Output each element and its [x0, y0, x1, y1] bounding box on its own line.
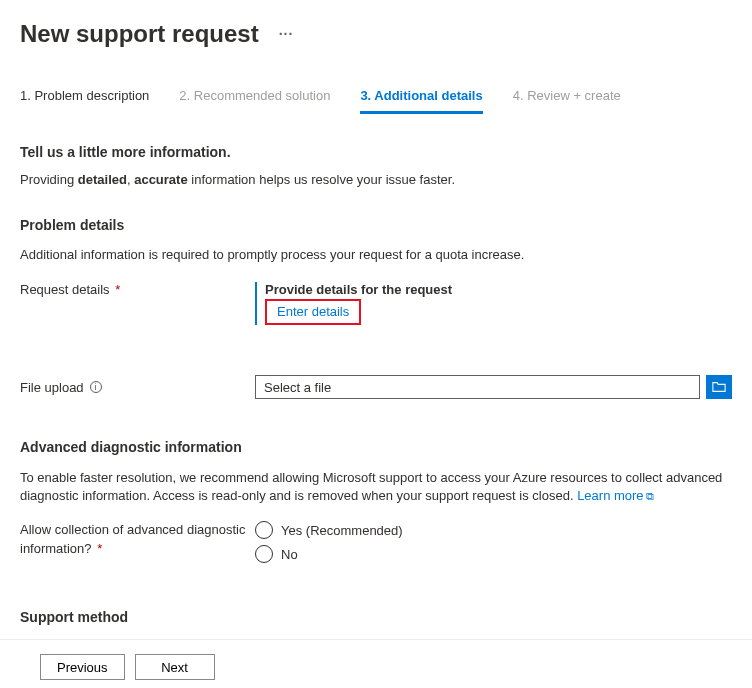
radio-icon: [255, 521, 273, 539]
file-select-input[interactable]: Select a file: [255, 375, 700, 399]
section-lead-heading: Tell us a little more information.: [20, 144, 732, 160]
previous-button[interactable]: Previous: [40, 654, 125, 680]
folder-icon: [712, 380, 726, 394]
tab-problem-description[interactable]: 1. Problem description: [20, 88, 149, 114]
provide-details-title: Provide details for the request: [265, 282, 732, 297]
tab-review-create[interactable]: 4. Review + create: [513, 88, 621, 114]
allow-collection-label: Allow collection of advanced diagnostic …: [20, 521, 255, 557]
enter-details-link[interactable]: Enter details: [277, 304, 349, 319]
support-method-heading: Support method: [20, 609, 732, 625]
tab-recommended-solution[interactable]: 2. Recommended solution: [179, 88, 330, 114]
radio-no[interactable]: No: [255, 545, 732, 563]
problem-details-heading: Problem details: [20, 217, 732, 233]
radio-yes[interactable]: Yes (Recommended): [255, 521, 732, 539]
problem-details-desc: Additional information is required to pr…: [20, 247, 732, 262]
tab-additional-details[interactable]: 3. Additional details: [360, 88, 482, 114]
required-indicator: *: [94, 541, 103, 556]
provide-details-block: Provide details for the request Enter de…: [255, 282, 732, 325]
page-title: New support request: [20, 20, 259, 48]
learn-more-link[interactable]: Learn more: [577, 488, 643, 503]
radio-yes-label: Yes (Recommended): [281, 523, 403, 538]
enter-details-highlight: Enter details: [265, 299, 361, 325]
external-link-icon: ⧉: [646, 490, 654, 502]
file-browse-button[interactable]: [706, 375, 732, 399]
request-details-label: Request details *: [20, 282, 255, 297]
more-actions-icon[interactable]: ···: [279, 26, 294, 42]
footer-buttons: Previous Next: [20, 640, 732, 688]
next-button[interactable]: Next: [135, 654, 215, 680]
radio-no-label: No: [281, 547, 298, 562]
advanced-diag-heading: Advanced diagnostic information: [20, 439, 732, 455]
file-upload-label: File upload: [20, 380, 84, 395]
required-indicator: *: [112, 282, 121, 297]
info-icon[interactable]: i: [90, 381, 102, 393]
section-lead-text: Providing detailed, accurate information…: [20, 172, 732, 187]
wizard-tabs: 1. Problem description 2. Recommended so…: [20, 88, 732, 114]
advanced-diag-desc: To enable faster resolution, we recommen…: [20, 469, 732, 505]
radio-icon: [255, 545, 273, 563]
